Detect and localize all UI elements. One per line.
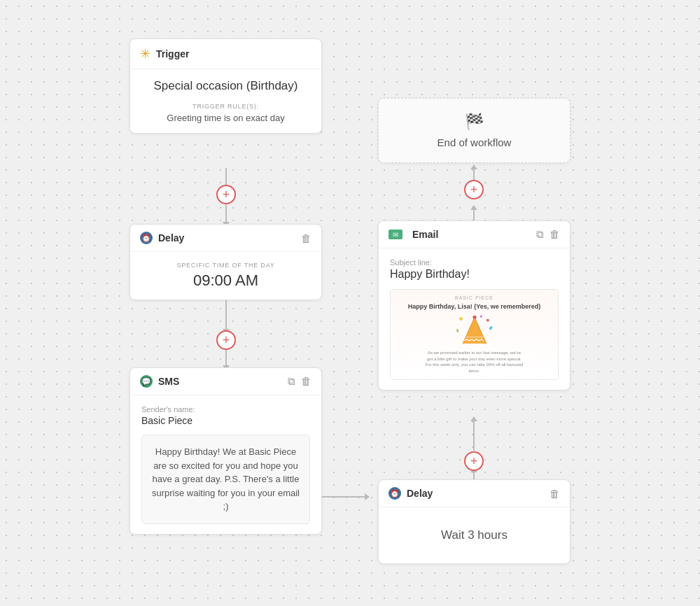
delay-left-time-value: 09:00 AM: [141, 272, 310, 290]
email-trash-icon[interactable]: 🗑: [550, 228, 560, 241]
delay-left-body: SPECIFIC TIME OF THE DAY 09:00 AM: [130, 252, 321, 300]
email-preview: BASIC PIECE Happy Birthday, Lisa! (Yes, …: [390, 289, 559, 380]
delay-right-header: ⏰ Delay 🗑: [379, 480, 570, 507]
trigger-rule-label: TRIGGER RULE(S):: [141, 103, 310, 110]
connectors-svg: [0, 0, 700, 606]
email-body: Subject line: Happy Birthday! BASIC PIEC…: [379, 248, 570, 390]
delay-left-icon: ⏰: [140, 232, 153, 244]
trigger-rule-value: Greeting time is on exact day: [141, 113, 310, 123]
delay-left-header: ⏰ Delay 🗑: [130, 225, 321, 252]
svg-marker-18: [470, 164, 477, 169]
sms-card: 💬 SMS ⧉ 🗑 Sender's name: Basic Piece Hap…: [130, 367, 322, 535]
delay-right-title: Delay: [407, 488, 433, 499]
end-title: End of workflow: [390, 136, 559, 148]
svg-rect-20: [486, 318, 489, 321]
svg-rect-19: [458, 317, 462, 320]
add-step-btn-3[interactable]: +: [464, 451, 484, 471]
trigger-card-body: Special occasion (Birthday) TRIGGER RULE…: [130, 69, 321, 133]
email-subject-value: Happy Birthday!: [390, 268, 559, 281]
delay-left-actions: 🗑: [301, 232, 312, 244]
delay-right-wait-value: Wait 3 hours: [390, 517, 559, 554]
email-copy-icon[interactable]: ⧉: [536, 228, 544, 241]
sms-title: SMS: [158, 376, 179, 387]
delay-left-time-label: SPECIFIC TIME OF THE DAY: [141, 262, 310, 269]
trigger-icon: ✳: [140, 46, 150, 62]
email-preview-title: Happy Birthday, Lisa! (Yes, we remembere…: [408, 303, 540, 310]
delay-right-icon: ⏰: [388, 487, 401, 500]
delay-card-left: ⏰ Delay 🗑 SPECIFIC TIME OF THE DAY 09:00…: [130, 224, 322, 300]
add-step-btn-1[interactable]: +: [216, 185, 236, 204]
sms-message: Happy Birthday! We at Basic Piece are so…: [141, 435, 310, 524]
email-title: Email: [412, 229, 438, 240]
delay-left-trash-icon[interactable]: 🗑: [301, 232, 312, 244]
email-card: Email ⧉ 🗑 Subject line: Happy Birthday! …: [378, 220, 570, 390]
svg-rect-22: [456, 329, 458, 332]
end-flag-icon: 🏁: [390, 113, 559, 131]
delay-left-title: Delay: [158, 232, 184, 244]
email-header: Email ⧉ 🗑: [379, 221, 570, 248]
sms-icon: 💬: [140, 375, 153, 388]
email-subject-label: Subject line:: [390, 258, 559, 267]
delay-card-right: ⏰ Delay 🗑 Wait 3 hours: [378, 479, 570, 564]
trigger-card: ✳ Trigger Special occasion (Birthday) TR…: [130, 38, 322, 134]
email-preview-inner: BASIC PIECE Happy Birthday, Lisa! (Yes, …: [391, 290, 558, 379]
add-step-btn-4[interactable]: +: [464, 180, 484, 199]
email-preview-body-text: As we promised earlier in our last messa…: [426, 350, 524, 374]
end-of-workflow-card: 🏁 End of workflow: [378, 98, 570, 163]
sms-body: Sender's name: Basic Piece Happy Birthda…: [130, 395, 321, 534]
email-actions: ⧉ 🗑: [536, 228, 560, 241]
svg-marker-14: [470, 416, 477, 421]
sms-sender-label: Sender's name:: [141, 405, 310, 414]
email-brand-label: BASIC PIECE: [455, 295, 493, 300]
delay-right-actions: 🗑: [550, 488, 560, 500]
sms-sender-value: Basic Piece: [141, 415, 310, 426]
birthday-graphic: [450, 314, 499, 350]
trigger-title: Trigger: [156, 48, 189, 59]
sms-header: 💬 SMS ⧉ 🗑: [130, 368, 321, 395]
svg-rect-21: [489, 326, 493, 330]
workflow-canvas: ✳ Trigger Special occasion (Birthday) TR…: [0, 0, 700, 606]
svg-point-27: [472, 316, 476, 319]
svg-marker-10: [365, 493, 370, 500]
trigger-card-header: ✳ Trigger: [130, 39, 321, 69]
svg-marker-16: [470, 205, 477, 210]
add-step-btn-2[interactable]: +: [216, 330, 236, 350]
sms-trash-icon[interactable]: 🗑: [301, 375, 312, 388]
trigger-name: Special occasion (Birthday): [141, 79, 310, 93]
delay-right-body: Wait 3 hours: [379, 507, 570, 563]
svg-rect-23: [479, 315, 482, 318]
email-envelope-icon: [388, 230, 402, 239]
sms-copy-icon[interactable]: ⧉: [288, 375, 295, 388]
delay-right-trash-icon[interactable]: 🗑: [550, 488, 560, 500]
sms-actions: ⧉ 🗑: [288, 375, 312, 388]
